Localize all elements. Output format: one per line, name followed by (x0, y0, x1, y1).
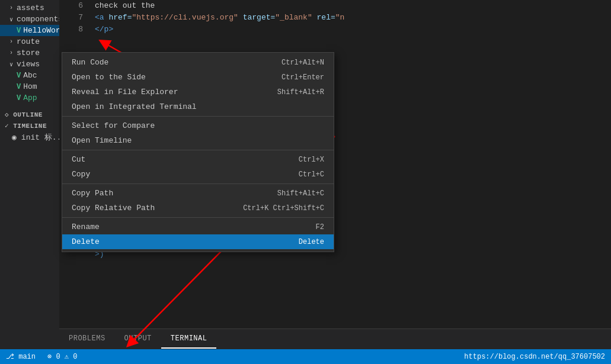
tab-output[interactable]: OUTPUT (115, 330, 161, 349)
menu-item-open-side[interactable]: Open to the Side Ctrl+Enter (62, 70, 334, 85)
sidebar-item-route[interactable]: › route (0, 36, 59, 47)
sidebar-item-hom[interactable]: V Hom (0, 81, 59, 92)
sidebar-item-label: views (17, 60, 40, 69)
line-number: 8 (65, 25, 83, 34)
menu-item-label: Copy Relative Path (72, 204, 155, 212)
sidebar-item-assets[interactable]: › assets (0, 2, 59, 14)
menu-item-label: Select for Compare (72, 121, 155, 130)
menu-item-label: Open Timeline (72, 136, 132, 145)
menu-separator-3 (62, 183, 334, 184)
menu-item-cut[interactable]: Cut Ctrl+X (62, 152, 334, 167)
code-text: <a href="https://cli.vuejs.org" target="… (95, 13, 344, 22)
sidebar-item-app[interactable]: V App (0, 92, 59, 104)
menu-item-shortcut: F2 (316, 223, 324, 231)
panel-tabs: PROBLEMS OUTPUT TERMINAL (59, 328, 611, 349)
status-bar-right: https://blog.csdn.net/qq_37607502 (464, 353, 605, 361)
timeline-section: ✓ TIMELINE (0, 120, 59, 131)
sidebar: › assets ∨ components V HelloWorld.vue ›… (0, 0, 59, 349)
menu-item-shortcut: Shift+Alt+C (277, 189, 324, 198)
sidebar-item-label: components (17, 15, 63, 24)
sidebar-item-store[interactable]: › store (0, 47, 59, 59)
collapse-arrow-icon: › (9, 5, 13, 11)
menu-item-delete[interactable]: Delete Delete (62, 234, 334, 249)
vue-file-icon: V (17, 94, 21, 102)
sidebar-item-label: assets (17, 4, 44, 12)
menu-item-copy-relative-path[interactable]: Copy Relative Path Ctrl+K Ctrl+Shift+C (62, 201, 334, 215)
collapse-arrow-icon: › (9, 38, 13, 45)
status-url: https://blog.csdn.net/qq_37607502 (464, 353, 605, 361)
sidebar-item-components[interactable]: ∨ components (0, 14, 59, 25)
menu-item-open-timeline[interactable]: Open Timeline (62, 133, 334, 148)
vue-file-icon: V (17, 72, 21, 80)
tab-problems[interactable]: PROBLEMS (59, 330, 115, 349)
menu-item-label: Rename (72, 223, 100, 231)
menu-item-label: Open in Integrated Terminal (72, 102, 197, 111)
status-bar: ⎇ main ⊗ 0 ⚠ 0 https://blog.csdn.net/qq_… (0, 349, 611, 364)
menu-separator-4 (62, 217, 334, 218)
menu-item-label: Open to the Side (72, 73, 146, 82)
menu-item-label: Copy Path (72, 189, 113, 198)
menu-item-label: Run Code (72, 58, 108, 67)
menu-item-copy-path[interactable]: Copy Path Shift+Alt+C (62, 186, 334, 201)
code-line-6: 6 check out the (59, 1, 611, 13)
line-number: 7 (65, 13, 83, 22)
menu-item-shortcut: Ctrl+X (299, 156, 324, 164)
menu-item-shortcut: Ctrl+K Ctrl+Shift+C (243, 204, 324, 212)
sidebar-item-helloworld[interactable]: V HelloWorld.vue (0, 25, 59, 36)
sidebar-item-label: Abc (23, 71, 37, 80)
menu-item-select-compare[interactable]: Select for Compare (62, 118, 334, 133)
code-line-7: 7 <a href="https://cli.vuejs.org" target… (59, 13, 611, 25)
menu-separator-2 (62, 150, 334, 150)
menu-separator-1 (62, 116, 334, 117)
collapse-arrow-icon: › (9, 50, 13, 56)
menu-item-copy[interactable]: Copy Ctrl+C (62, 167, 334, 182)
menu-item-label: Delete (72, 237, 100, 246)
sidebar-item-label: Hom (23, 82, 37, 91)
timeline-item-init[interactable]: ◉ init 标... (0, 131, 59, 144)
menu-item-shortcut: Ctrl+Alt+N (281, 59, 324, 67)
menu-item-shortcut: Delete (299, 238, 324, 246)
menu-item-rename[interactable]: Rename F2 (62, 220, 334, 234)
vue-file-icon: V (17, 27, 21, 35)
outline-section: ◇ OUTLINE (0, 108, 59, 120)
menu-item-label: Reveal in File Explorer (72, 88, 178, 96)
code-line-8: 8 </p> (59, 25, 611, 37)
tab-terminal[interactable]: TERMINAL (161, 330, 217, 349)
menu-item-label: Copy (72, 170, 90, 179)
menu-item-label: Cut (72, 155, 85, 164)
menu-item-run-code[interactable]: Run Code Ctrl+Alt+N (62, 55, 334, 70)
code-text: </p> (95, 25, 113, 34)
line-number: 6 (65, 1, 83, 10)
sidebar-item-abc[interactable]: V Abc (0, 70, 59, 81)
expand-arrow-icon: ∨ (9, 61, 13, 68)
sidebar-item-label: App (23, 94, 37, 102)
menu-item-open-terminal[interactable]: Open in Integrated Terminal (62, 99, 334, 114)
expand-arrow-icon: ∨ (9, 16, 13, 23)
menu-item-shortcut: Shift+Alt+R (277, 88, 324, 96)
sidebar-item-label: route (17, 37, 40, 46)
menu-item-shortcut: Ctrl+Enter (281, 73, 324, 82)
sidebar-item-views[interactable]: ∨ views (0, 59, 59, 70)
menu-item-shortcut: Ctrl+C (299, 170, 324, 179)
sidebar-item-label: store (17, 49, 40, 57)
menu-item-reveal-explorer[interactable]: Reveal in File Explorer Shift+Alt+R (62, 85, 334, 99)
status-errors: ⊗ 0 ⚠ 0 (47, 352, 77, 361)
code-text: check out the (95, 1, 155, 10)
status-branch: ⎇ main (6, 352, 36, 361)
timeline-dot-icon: ◉ (12, 133, 17, 142)
context-menu: Run Code Ctrl+Alt+N Open to the Side Ctr… (62, 52, 334, 252)
vue-file-icon: V (17, 83, 21, 91)
